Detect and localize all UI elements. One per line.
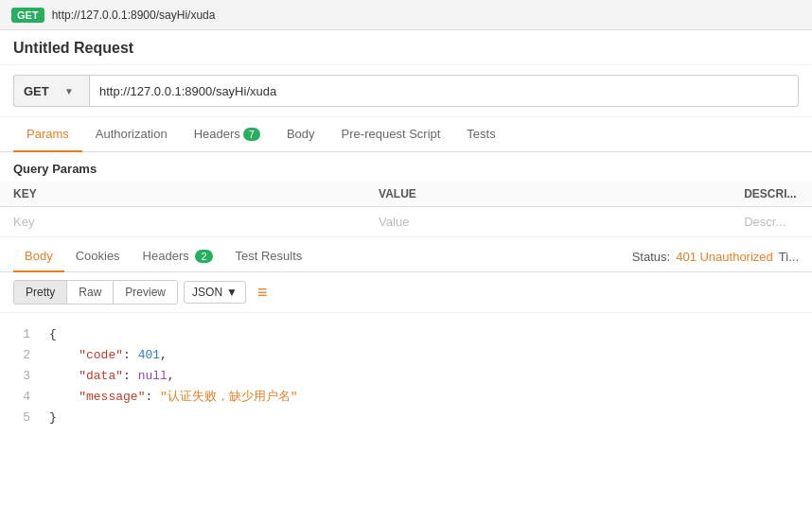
line-num-3: 3: [13, 366, 30, 387]
code-line-1: 1 {: [13, 324, 799, 345]
line-num-2: 2: [13, 345, 30, 366]
time-label: Ti...: [779, 250, 799, 264]
tab-headers[interactable]: Headers7: [181, 117, 274, 152]
desc-input-cell[interactable]: Descr...: [731, 207, 812, 237]
code-line-5: 5 }: [13, 408, 799, 428]
code-content-2: "code": 401,: [49, 345, 799, 366]
key-placeholder: Key: [13, 215, 34, 229]
response-tab-test-results[interactable]: Test Results: [224, 241, 314, 272]
code-content-3: "data": null,: [49, 366, 799, 387]
request-tabs: Params Authorization Headers7 Body Pre-r…: [0, 117, 812, 152]
response-tab-body[interactable]: Body: [13, 241, 64, 272]
format-preview-btn[interactable]: Preview: [113, 281, 177, 304]
line-num-5: 5: [13, 408, 30, 428]
wrap-icon[interactable]: ≡: [257, 283, 268, 303]
line-num-4: 4: [13, 387, 30, 408]
table-row: Key Value Descr...: [0, 207, 812, 237]
code-content-1: {: [49, 324, 799, 345]
col-header-desc: DESCRI...: [731, 182, 812, 207]
value-placeholder: Value: [379, 215, 409, 229]
tab-method-badge: GET: [11, 8, 44, 23]
tab-pre-request-script[interactable]: Pre-request Script: [328, 117, 454, 152]
desc-placeholder: Descr...: [744, 215, 786, 229]
code-line-4: 4 "message": "认证失败，缺少用户名": [13, 387, 799, 408]
top-bar: GET http://127.0.0.1:8900/sayHi/xuda: [0, 0, 812, 30]
query-params-title: Query Params: [0, 152, 812, 182]
method-label: GET: [24, 84, 49, 98]
col-header-value: VALUE: [365, 182, 731, 207]
code-line-2: 2 "code": 401,: [13, 345, 799, 366]
col-header-key: KEY: [0, 182, 365, 207]
response-tab-headers[interactable]: Headers 2: [132, 241, 224, 272]
code-content-4: "message": "认证失败，缺少用户名": [49, 387, 799, 408]
response-tab-cookies[interactable]: Cookies: [64, 241, 132, 272]
status-value: 401 Unauthorized: [676, 250, 773, 264]
code-area: 1 { 2 "code": 401, 3 "data": null, 4 "me…: [0, 313, 812, 440]
type-label: JSON: [192, 286, 222, 299]
tab-tests[interactable]: Tests: [453, 117, 508, 152]
tab-url: http://127.0.0.1:8900/sayHi/xuda: [52, 9, 216, 22]
url-input[interactable]: [89, 75, 799, 107]
request-title: Untitled Request: [0, 30, 812, 65]
url-bar: GET ▼: [0, 65, 812, 117]
key-input-cell[interactable]: Key: [0, 207, 365, 237]
type-select[interactable]: JSON ▼: [184, 281, 246, 304]
tab-body[interactable]: Body: [274, 117, 328, 152]
tab-params[interactable]: Params: [13, 117, 82, 152]
value-input-cell[interactable]: Value: [365, 207, 731, 237]
response-tabs: Body Cookies Headers 2 Test Results Stat…: [0, 241, 812, 272]
status-label: Status:: [632, 250, 670, 264]
method-select[interactable]: GET ▼: [13, 75, 89, 107]
format-raw-btn[interactable]: Raw: [66, 281, 113, 304]
method-dropdown-arrow: ▼: [64, 86, 74, 96]
tab-authorization[interactable]: Authorization: [82, 117, 181, 152]
format-pretty-btn[interactable]: Pretty: [14, 281, 66, 304]
format-btn-group: Pretty Raw Preview: [13, 280, 178, 305]
code-content-5: }: [49, 408, 799, 428]
code-line-3: 3 "data": null,: [13, 366, 799, 387]
type-dropdown-arrow: ▼: [226, 286, 238, 299]
line-num-1: 1: [13, 324, 30, 345]
params-table: KEY VALUE DESCRI... Key Value Descr...: [0, 182, 812, 237]
body-toolbar: Pretty Raw Preview JSON ▼ ≡: [0, 272, 812, 313]
status-area: Status: 401 Unauthorized Ti...: [632, 250, 799, 264]
